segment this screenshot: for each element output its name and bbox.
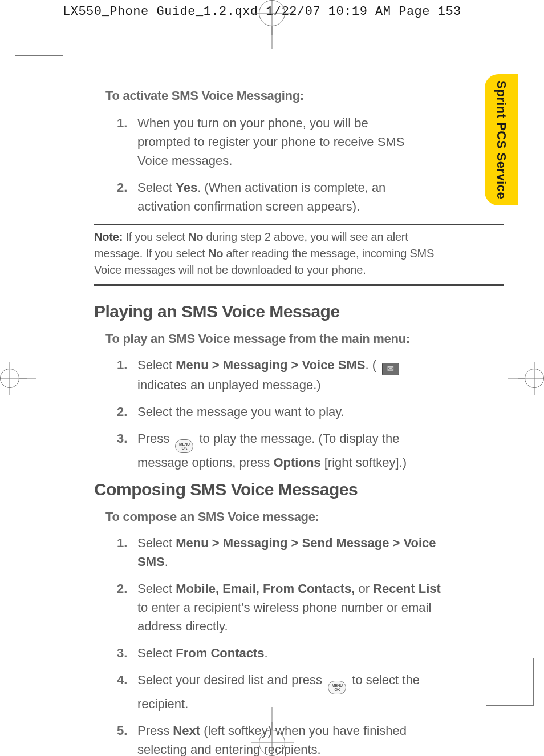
page: LX550_Phone Guide_1.2.qxd 1/22/07 10:19 …: [0, 0, 544, 756]
list-item: 1. When you turn on your phone, you will…: [117, 114, 424, 170]
list-item: 3. Select From Contacts.: [117, 644, 453, 662]
activate-lead: To activate SMS Voice Messaging:: [105, 88, 504, 103]
registration-mark-left: [0, 369, 19, 388]
step-text: When you turn on your phone, you will be…: [137, 114, 424, 170]
activate-steps: 1. When you turn on your phone, you will…: [117, 114, 504, 216]
list-item: 1. Select Menu > Messaging > Voice SMS. …: [117, 355, 453, 394]
step-number: 5.: [117, 721, 137, 757]
step-number: 2.: [117, 402, 137, 421]
note-label: Note:: [94, 231, 123, 243]
step-text: Select Yes. (When activation is complete…: [137, 178, 424, 216]
list-item: 2. Select Yes. (When activation is compl…: [117, 178, 424, 216]
list-item: 4. Select your desired list and press to…: [117, 670, 453, 713]
crop-mark-top-left: [15, 55, 63, 103]
step-text: Select Menu > Messaging > Send Message >…: [137, 533, 453, 571]
step-number: 4.: [117, 670, 137, 713]
step-text: Select Mobile, Email, From Contacts, or …: [137, 579, 453, 636]
list-item: 3. Press to play the message. (To displa…: [117, 429, 453, 472]
list-item: 1. Select Menu > Messaging > Send Messag…: [117, 533, 453, 571]
step-number: 1.: [117, 533, 137, 571]
playing-steps: 1. Select Menu > Messaging > Voice SMS. …: [117, 355, 504, 472]
step-text: Press Next (left softkey) when you have …: [137, 721, 453, 757]
page-content: To activate SMS Voice Messaging: 1. When…: [94, 88, 504, 682]
step-number: 2.: [117, 579, 137, 636]
menu-ok-button-icon: [175, 439, 193, 453]
voice-sms-unplayed-icon: [382, 363, 399, 375]
step-text: Select From Contacts.: [137, 644, 453, 662]
step-number: 1.: [117, 355, 137, 394]
playing-lead: To play an SMS Voice message from the ma…: [105, 331, 504, 346]
heading-playing: Playing an SMS Voice Message: [94, 302, 504, 321]
list-item: 5. Press Next (left softkey) when you ha…: [117, 721, 453, 757]
step-number: 3.: [117, 644, 137, 662]
list-item: 2. Select the message you want to play.: [117, 402, 453, 421]
composing-steps: 1. Select Menu > Messaging > Send Messag…: [117, 533, 504, 757]
step-text: Select Menu > Messaging > Voice SMS. ( i…: [137, 355, 453, 394]
step-text: Press to play the message. (To display t…: [137, 429, 453, 472]
step-number: 1.: [117, 114, 137, 170]
menu-ok-button-icon: [328, 681, 346, 694]
registration-mark-top: [259, 0, 285, 26]
note-box: Note: If you select No during step 2 abo…: [94, 224, 504, 286]
step-number: 2.: [117, 178, 137, 216]
composing-lead: To compose an SMS Voice message:: [105, 510, 504, 524]
list-item: 2. Select Mobile, Email, From Contacts, …: [117, 579, 453, 636]
registration-mark-right: [525, 369, 544, 388]
step-text: Select your desired list and press to se…: [137, 670, 453, 713]
heading-composing: Composing SMS Voice Messages: [94, 480, 504, 499]
step-text: Select the message you want to play.: [137, 402, 453, 421]
step-number: 3.: [117, 429, 137, 472]
